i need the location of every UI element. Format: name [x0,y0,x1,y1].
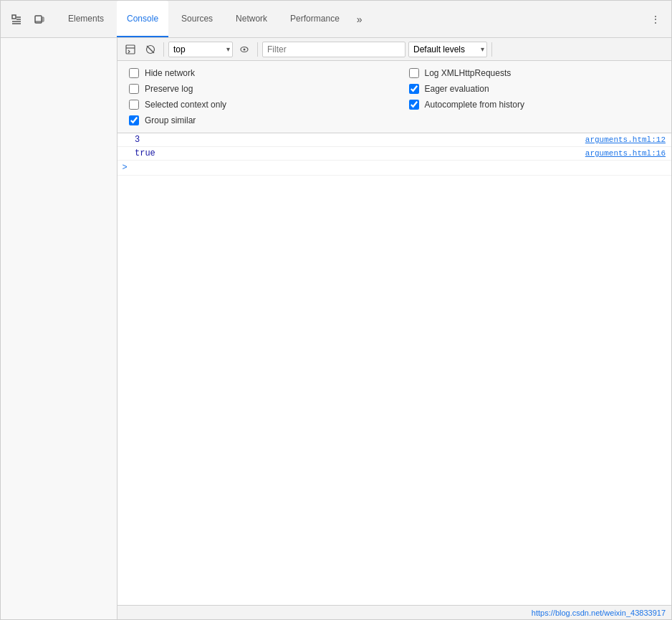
settings-empty-cell [409,115,661,125]
group-similar-checkbox[interactable] [129,115,139,125]
device-toolbar-icon[interactable] [29,9,49,29]
setting-selected-context[interactable]: Selected context only [129,100,380,110]
console-prompt-input[interactable] [132,163,671,173]
hide-network-label: Hide network [145,68,195,78]
context-select[interactable]: top [168,42,233,57]
tab-bar: Elements Console Sources Network Perform… [1,1,671,38]
preserve-log-checkbox[interactable] [129,84,139,94]
console-settings: Hide network Log XMLHttpRequests Preserv… [117,61,671,133]
setting-log-xmlhttp[interactable]: Log XMLHttpRequests [409,68,661,78]
svg-rect-2 [42,17,44,22]
devtools-panel: Elements Console Sources Network Perform… [0,0,672,620]
autocomplete-label: Autocomplete from history [425,100,524,110]
eager-eval-label: Eager evaluation [425,84,489,94]
tab-console[interactable]: Console [117,1,168,37]
levels-select[interactable]: Default levels Verbose Info Warnings Err… [408,42,487,57]
svg-rect-4 [126,45,135,54]
log-xmlhttp-checkbox[interactable] [409,68,419,78]
tab-sources[interactable]: Sources [171,1,223,37]
expand-panel-icon[interactable] [122,41,139,58]
tab-performance[interactable]: Performance [280,1,350,37]
svg-point-9 [244,48,246,50]
selected-context-checkbox[interactable] [129,100,139,110]
eager-eval-checkbox[interactable] [409,84,419,94]
group-similar-label: Group similar [145,115,196,125]
settings-icon[interactable]: ⋮ [645,9,666,29]
more-tabs-icon[interactable]: » [352,11,367,28]
console-value-1: 3 [132,135,585,145]
console-source-2[interactable]: arguments.html:16 [585,149,671,158]
setting-group-similar[interactable]: Group similar [129,115,380,125]
filter-input[interactable] [262,42,405,57]
context-select-wrapper: top [168,42,233,57]
setting-eager-eval[interactable]: Eager evaluation [409,84,661,94]
clear-console-icon[interactable] [142,41,159,58]
levels-select-wrapper: Default levels Verbose Info Warnings Err… [408,42,487,57]
log-xmlhttp-label: Log XMLHttpRequests [425,68,512,78]
tab-elements[interactable]: Elements [58,1,114,37]
toolbar-divider-3 [491,42,492,57]
console-toolbar: top Default levels Verbose Info [117,38,671,61]
toolbar-divider-2 [257,42,258,57]
console-source-1[interactable]: arguments.html:12 [585,135,671,144]
status-url[interactable]: https://blog.csdn.net/weixin_43833917 [532,609,666,617]
eye-icon[interactable] [236,41,253,58]
main-area: top Default levels Verbose Info [1,38,671,619]
right-panel: top Default levels Verbose Info [117,38,671,619]
inspect-icon[interactable] [6,9,27,29]
tab-network[interactable]: Network [226,1,277,37]
console-row-2: true arguments.html:16 [117,147,671,161]
status-bar: https://blog.csdn.net/weixin_43833917 [117,605,671,619]
left-panel [1,38,117,619]
tab-bar-icons [6,9,49,29]
setting-preserve-log[interactable]: Preserve log [129,84,380,94]
hide-network-checkbox[interactable] [129,68,139,78]
preserve-log-label: Preserve log [145,84,193,94]
console-value-2: true [132,148,585,158]
setting-hide-network[interactable]: Hide network [129,68,380,78]
console-output[interactable]: 3 arguments.html:12 true arguments.html:… [117,133,671,605]
toolbar-divider-1 [163,42,164,57]
prompt-arrow-icon: > [117,163,132,173]
tab-bar-right: ⋮ [645,9,666,29]
svg-rect-0 [12,15,16,19]
setting-autocomplete[interactable]: Autocomplete from history [409,100,661,110]
console-prompt-row: > [117,161,671,176]
autocomplete-checkbox[interactable] [409,100,419,110]
selected-context-label: Selected context only [145,100,226,110]
console-row-1: 3 arguments.html:12 [117,133,671,147]
